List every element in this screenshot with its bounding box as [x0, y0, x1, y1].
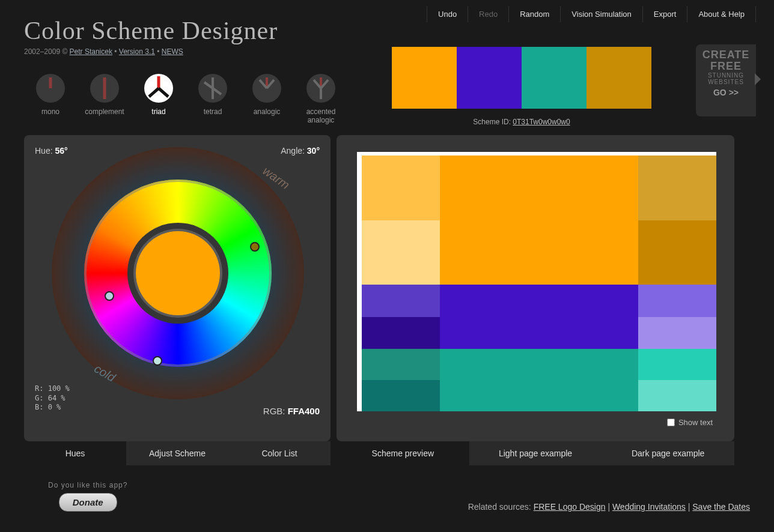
rgb-hex-readout: RGB: FFA400 — [263, 406, 320, 416]
svg-line-4 — [159, 88, 168, 97]
rgb-hex-value: FFA400 — [288, 406, 320, 416]
tab-light-example[interactable]: Light page example — [469, 441, 602, 465]
wheel-center-swatch — [136, 231, 220, 315]
scheme-type-label: complement — [85, 107, 124, 116]
rgb-g: G: 64 % — [35, 394, 70, 404]
scheme-type-analogic[interactable]: analogic — [249, 74, 285, 124]
panel-preview: Show text Scheme preview Light page exam… — [337, 135, 734, 441]
scheme-type-label: triad — [151, 107, 165, 116]
preview-swatch — [638, 380, 716, 411]
years: 2002–2009 © — [24, 47, 70, 56]
hue-node-primary[interactable] — [250, 242, 260, 252]
preview-swatch — [440, 156, 638, 285]
tab-hues[interactable]: Hues — [24, 441, 126, 465]
preview-swatch — [362, 380, 440, 411]
preview-swatch — [638, 317, 716, 349]
nav-about[interactable]: About & Help — [687, 6, 756, 22]
news-link[interactable]: NEWS — [162, 47, 183, 56]
scheme-type-label: tetrad — [204, 107, 222, 116]
svg-line-3 — [149, 88, 159, 97]
scheme-swatch[interactable] — [522, 47, 587, 109]
promo-ad[interactable]: CREATE FREE STUNNING WEBSITES GO >> — [696, 44, 756, 116]
angle-value: 30° — [307, 146, 320, 156]
cold-label: cold — [92, 361, 118, 384]
hue-node-secondary[interactable] — [105, 291, 114, 301]
scheme-preview-grid — [357, 152, 716, 411]
scheme-type-label: mono — [41, 107, 59, 116]
ad-line: STUNNING — [699, 72, 752, 79]
preview-swatch — [440, 285, 638, 349]
preview-swatch — [440, 349, 638, 411]
preview-swatch — [638, 156, 716, 220]
chevron-right-icon — [755, 73, 761, 85]
rgb-r: R: 100 % — [35, 384, 70, 394]
tab-scheme-preview[interactable]: Scheme preview — [337, 441, 469, 465]
related-links: Related sources: FREE Logo Design | Wedd… — [468, 502, 750, 512]
nav-vision[interactable]: Vision Simulation — [560, 6, 642, 22]
panel-hue-wheel: Hue: 56° Angle: 30° warm cold R: 100 — [24, 135, 331, 441]
preview-swatch — [362, 156, 440, 220]
preview-swatch — [362, 285, 440, 317]
scheme-type-mono[interactable]: mono — [32, 74, 69, 124]
nav-undo[interactable]: Undo — [427, 6, 468, 22]
preview-swatch — [362, 220, 440, 285]
related-prefix: Related sources: — [468, 502, 534, 512]
tab-dark-example[interactable]: Dark page example — [602, 441, 734, 465]
ad-line: WEBSITES — [699, 79, 752, 85]
scheme-swatch[interactable] — [457, 47, 522, 109]
show-text-checkbox[interactable] — [667, 419, 675, 426]
ad-line: FREE — [699, 61, 752, 72]
scheme-swatch-row — [392, 47, 651, 109]
show-text-toggle[interactable]: Show text — [667, 418, 713, 427]
color-wheel[interactable]: warm cold — [52, 147, 304, 399]
scheme-swatch[interactable] — [392, 47, 457, 109]
link-save-the-dates[interactable]: Save the Dates — [692, 502, 750, 512]
scheme-type-complement[interactable]: complement — [87, 74, 123, 124]
nav-export[interactable]: Export — [642, 6, 687, 22]
warm-label: warm — [260, 164, 292, 192]
scheme-type-label: analogic — [254, 107, 281, 116]
rgb-percent-readout: R: 100 % G: 64 % B: 0 % — [35, 384, 70, 413]
preview-swatch — [638, 285, 716, 317]
scheme-type-accented-analogic[interactable]: accented analogic — [303, 74, 339, 124]
left-panel-tabs: Hues Adjust Scheme Color List — [24, 441, 331, 465]
right-panel-tabs: Scheme preview Light page example Dark p… — [337, 441, 734, 465]
donate-button[interactable]: Donate — [59, 493, 117, 512]
sep: • — [114, 47, 119, 56]
link-wedding-invitations[interactable]: Wedding Invitations — [612, 502, 686, 512]
scheme-id-label: Scheme ID: — [473, 118, 513, 126]
scheme-id-link[interactable]: 0T31Tw0w0w0w0 — [513, 118, 570, 126]
sep: | — [608, 502, 612, 512]
scheme-id-readout: Scheme ID: 0T31Tw0w0w0w0 — [392, 118, 651, 126]
scheme-type-tetrad[interactable]: tetrad — [195, 74, 231, 124]
preview-swatch — [638, 349, 716, 380]
nav-random[interactable]: Random — [508, 6, 560, 22]
donate-prompt: Do you like this app? — [48, 481, 127, 489]
author-link[interactable]: Petr Stanicek — [70, 47, 112, 56]
hue-node-tertiary[interactable] — [153, 356, 162, 366]
scheme-swatch[interactable] — [587, 47, 651, 109]
ad-line: CREATE — [699, 49, 752, 61]
scheme-type-triad[interactable]: triad — [141, 74, 177, 124]
preview-swatch — [362, 317, 440, 349]
preview-swatch — [638, 220, 716, 285]
tab-adjust[interactable]: Adjust Scheme — [126, 441, 228, 465]
link-logo-design[interactable]: FREE Logo Design — [534, 502, 606, 512]
sep: • — [157, 47, 162, 56]
version-link[interactable]: Version 3.1 — [119, 47, 155, 56]
ad-go: GO >> — [699, 88, 752, 97]
preview-swatch — [362, 349, 440, 380]
rgb-hex-label: RGB: — [263, 406, 288, 416]
rgb-b: B: 0 % — [35, 403, 70, 413]
show-text-label: Show text — [678, 418, 713, 427]
scheme-type-label: accented analogic — [303, 107, 339, 124]
nav-redo[interactable]: Redo — [468, 6, 508, 22]
tab-list[interactable]: Color List — [228, 441, 331, 465]
